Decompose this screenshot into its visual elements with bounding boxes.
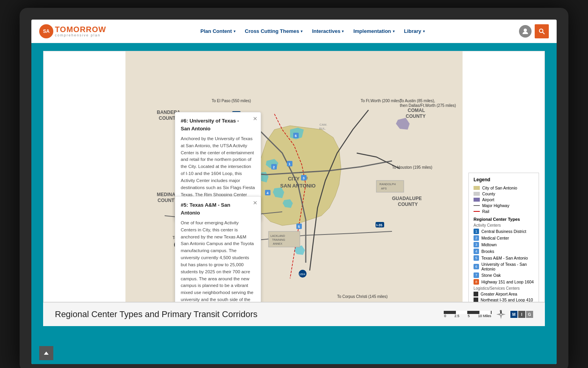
legend-act-3: 3 Midtown — [474, 242, 534, 247]
mig-badge: M I G — [510, 311, 533, 318]
scale-area: 0 2.5 5 10 Miles N — [444, 309, 533, 320]
legend-act-6: 6 University of Texas - San Antonio — [474, 262, 534, 271]
svg-text:LACKLAND: LACKLAND — [270, 235, 285, 237]
map-container: BANDERA COUNTY COMAL COUNTY MEDINA COUNT… — [43, 51, 545, 302]
legend-log-2: Northeast I-35 and Loop 410 — [474, 298, 534, 302]
nav-library[interactable]: Library ▾ — [400, 26, 429, 36]
nav-cross-cutting[interactable]: Cross Cutting Themes ▾ — [241, 26, 307, 36]
legend-swatch-rail — [474, 211, 480, 212]
legend-city: City of San Antonio — [474, 186, 534, 190]
legend-swatch-highway — [474, 205, 480, 206]
chevron-down-icon: ▾ — [393, 29, 395, 33]
popup-txam-body: One of four emerging Activity Centers in… — [181, 220, 255, 302]
map-title: Regional Center Types and Primary Transi… — [55, 309, 258, 319]
svg-text:To El Paso (550 miles): To El Paso (550 miles) — [212, 99, 251, 103]
legend-num-8: 8 — [474, 279, 479, 285]
device-screen: SA TOMORROW comprehensive plan Plan Cont… — [31, 20, 557, 364]
svg-text:To Corpus Christi (145 miles): To Corpus Christi (145 miles) — [337, 294, 388, 299]
svg-text:3: 3 — [303, 176, 305, 180]
svg-text:BUL.: BUL. — [319, 127, 326, 130]
svg-text:1604: 1604 — [299, 273, 305, 276]
search-button[interactable] — [535, 24, 549, 38]
svg-text:MEDINA: MEDINA — [157, 192, 176, 197]
scale-seg-2 — [456, 311, 468, 314]
legend-act-7: 7 Stone Oak — [474, 272, 534, 278]
legend-airport: Airport — [474, 197, 534, 202]
svg-line-2 — [543, 32, 544, 34]
legend-activity-label: Activity Centers — [474, 223, 534, 227]
svg-point-1 — [539, 29, 543, 32]
svg-text:GUADALUPE: GUADALUPE — [392, 196, 422, 201]
logo-sub: comprehensive plan — [55, 33, 106, 37]
svg-text:COUNTY: COUNTY — [398, 202, 418, 207]
nav-plan-content[interactable]: Plan Content ▾ — [196, 26, 239, 36]
legend-act-8: 8 Highway 151 and Loop 1604 — [474, 279, 534, 285]
nav-interactives[interactable]: Interactives ▾ — [308, 26, 348, 36]
logo-icon[interactable]: SA — [39, 24, 53, 38]
legend-num-4: 4 — [474, 249, 479, 254]
legend-sq-1 — [474, 292, 478, 296]
legend-log-1: Greater Airport Area — [474, 292, 534, 296]
legend-sq-2 — [474, 298, 478, 302]
mig-m: M — [510, 311, 517, 318]
svg-text:COUNTY: COUNTY — [406, 114, 426, 119]
legend-swatch-county — [474, 192, 480, 196]
scale-line — [444, 311, 492, 314]
legend-title: Legend — [474, 177, 534, 182]
mig-i: I — [518, 311, 525, 318]
legend-swatch-airport — [474, 198, 480, 202]
logo-tomorrow: TOMORROW — [55, 25, 106, 34]
main-content: BANDERA COUNTY COMAL COUNTY MEDINA COUNT… — [31, 43, 557, 364]
svg-text:4: 4 — [267, 191, 269, 195]
svg-text:COMAL: COMAL — [408, 108, 425, 113]
scale-labels: 0 2.5 5 10 Miles — [444, 314, 491, 318]
svg-text:SAN ANTONIO: SAN ANTONIO — [280, 183, 316, 189]
svg-marker-65 — [496, 313, 501, 316]
legend-num-1: 1 — [474, 229, 479, 234]
legend-regional-title: Regional Center Types — [474, 217, 534, 222]
svg-text:then Dallas/Ft.Worth (275 mile: then Dallas/Ft.Worth (275 miles) — [400, 103, 456, 108]
scale-seg-3 — [468, 311, 479, 314]
legend-county: County — [474, 191, 534, 196]
legend-act-2: 2 Medical Center — [474, 235, 534, 241]
svg-text:AFS: AFS — [381, 187, 387, 190]
legend-num-3: 3 — [474, 242, 479, 247]
compass: N — [495, 309, 506, 320]
svg-text:RANDOLPH: RANDOLPH — [379, 182, 396, 186]
svg-text:2: 2 — [273, 165, 275, 169]
popup-txam: ✕ #5: Texas A&M - San Antonio One of fou… — [175, 196, 261, 302]
header-icons — [519, 24, 549, 38]
chevron-down-icon: ▾ — [234, 29, 236, 33]
nav-implementation[interactable]: Implementation ▾ — [349, 26, 398, 36]
popup-txam-title: #5: Texas A&M - San Antonio — [181, 201, 255, 216]
legend-act-1: 1 Central Business District — [474, 229, 534, 234]
map-area[interactable]: BANDERA COUNTY COMAL COUNTY MEDINA COUNT… — [44, 51, 544, 302]
legend-rail: Rail — [474, 209, 534, 214]
header: SA TOMORROW comprehensive plan Plan Cont… — [31, 20, 557, 43]
popup-close-utsa[interactable]: ✕ — [253, 115, 258, 123]
scale-seg-4 — [479, 311, 491, 314]
popup-utsa-body: Anchored by the University of Texas at S… — [181, 135, 255, 205]
user-avatar[interactable] — [519, 25, 532, 38]
svg-text:To Austin (85 miles),: To Austin (85 miles), — [400, 99, 435, 103]
legend-act-4: 4 Brooks — [474, 249, 534, 254]
legend-act-5: 5 Texas A&M - San Antonio — [474, 255, 534, 261]
device-frame: SA TOMORROW comprehensive plan Plan Cont… — [20, 8, 568, 368]
svg-point-0 — [524, 29, 527, 32]
chevron-down-icon: ▾ — [423, 29, 425, 33]
legend-box: Legend City of San Antonio County Airpor… — [468, 173, 539, 302]
svg-text:I-35: I-35 — [376, 223, 383, 227]
svg-text:1: 1 — [289, 162, 290, 166]
scale-seg-1 — [444, 311, 456, 314]
legend-logistics-label: Logistics/Services Centers — [474, 286, 534, 290]
legend-num-5: 5 — [474, 255, 479, 261]
mig-g: G — [526, 311, 533, 318]
scroll-up-button[interactable] — [39, 346, 53, 360]
popup-close-txam[interactable]: ✕ — [253, 199, 258, 207]
chevron-down-icon: ▾ — [301, 29, 303, 33]
logo-area: SA TOMORROW comprehensive plan — [39, 24, 106, 38]
svg-text:5: 5 — [298, 225, 300, 229]
svg-text:N: N — [500, 310, 502, 312]
popup-utsa-title: #6: University of Texas - San Antonio — [181, 117, 255, 132]
legend-highway: Major Highway — [474, 203, 534, 208]
